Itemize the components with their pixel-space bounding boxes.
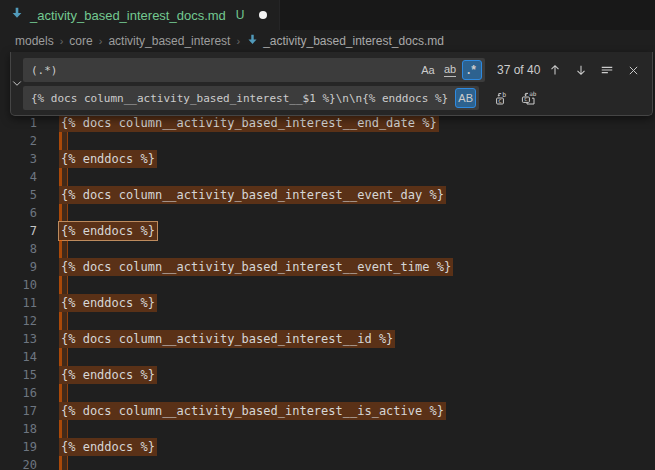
line-number: 18 [0, 420, 37, 438]
empty-line-match-highlight [59, 384, 68, 402]
find-match[interactable]: {% docs column__activity_based_interest_… [59, 402, 446, 420]
code-line[interactable]: 2 [0, 132, 655, 150]
empty-line-match-highlight [59, 168, 68, 186]
replace-button[interactable]: b c [491, 87, 513, 109]
chevron-down-icon [11, 75, 23, 93]
empty-line-match-highlight [59, 240, 68, 258]
code-line[interactable]: 15{% enddocs %} [0, 366, 655, 384]
code-line[interactable]: 16 [0, 384, 655, 402]
code-line[interactable]: 8 [0, 240, 655, 258]
line-number: 14 [0, 348, 37, 366]
find-in-selection-button[interactable] [596, 59, 618, 81]
line-number: 11 [0, 294, 37, 312]
svg-text:c: c [498, 97, 502, 105]
line-number: 10 [0, 276, 37, 294]
empty-line-match-highlight [59, 204, 68, 222]
breadcrumb-separator: › [99, 35, 103, 47]
git-status-badge: U [236, 8, 245, 22]
code-line[interactable]: 20 [0, 456, 655, 470]
code-line[interactable]: 3{% enddocs %} [0, 150, 655, 168]
line-number: 12 [0, 312, 37, 330]
code-line[interactable]: 9{% docs column__activity_based_interest… [0, 258, 655, 276]
find-match[interactable]: {% enddocs %} [59, 438, 157, 456]
line-number: 4 [0, 168, 37, 186]
line-number: 15 [0, 366, 37, 384]
breadcrumb-separator: › [60, 35, 64, 47]
code-line[interactable]: 11{% enddocs %} [0, 294, 655, 312]
whole-word-toggle[interactable]: ab [440, 60, 460, 80]
breadcrumb: models › core › activity_based_interest … [0, 30, 655, 52]
line-number: 9 [0, 258, 37, 276]
find-match[interactable]: {% docs column__activity_based_interest_… [59, 330, 395, 348]
empty-line-match-highlight [59, 132, 68, 150]
line-number: 6 [0, 204, 37, 222]
code-line[interactable]: 12 [0, 312, 655, 330]
line-number: 19 [0, 438, 37, 456]
breadcrumb-item-folder[interactable]: activity_based_interest [108, 34, 230, 48]
code-line[interactable]: 7{% enddocs %} [0, 222, 655, 240]
preserve-case-toggle[interactable]: AB [455, 88, 476, 108]
find-match[interactable]: {% enddocs %} [59, 150, 157, 168]
find-match[interactable]: {% docs column__activity_based_interest_… [59, 114, 439, 132]
find-match[interactable]: {% docs column__activity_based_interest_… [59, 186, 446, 204]
replace-all-button[interactable]: ab c [517, 87, 539, 109]
line-number: 8 [0, 240, 37, 258]
next-match-button[interactable] [570, 59, 592, 81]
breadcrumb-item-core[interactable]: core [69, 34, 92, 48]
breadcrumb-item-file[interactable]: _activity_based_interest_docs.md [246, 33, 444, 49]
breadcrumb-separator: › [236, 35, 240, 47]
markdown-file-icon [10, 6, 24, 24]
code-line[interactable]: 6 [0, 204, 655, 222]
match-count: 37 of 40 [497, 63, 540, 77]
code-line[interactable]: 19{% enddocs %} [0, 438, 655, 456]
unsaved-dot-icon[interactable] [259, 11, 267, 19]
match-case-toggle[interactable]: Aa [418, 60, 438, 80]
tab-filename: _activity_based_interest_docs.md [30, 8, 226, 23]
line-number: 20 [0, 456, 37, 470]
code-line[interactable]: 14 [0, 348, 655, 366]
editor-tab[interactable]: _activity_based_interest_docs.md U [0, 0, 280, 30]
line-number: 3 [0, 150, 37, 168]
current-find-match[interactable]: {% enddocs %} [59, 222, 157, 240]
line-number: 2 [0, 132, 37, 150]
find-match[interactable]: {% docs column__activity_based_interest_… [59, 258, 453, 276]
line-number: 7 [0, 222, 37, 240]
find-widget: (.*) Aa ab .* 37 of 40 {% docs column__ [10, 52, 653, 116]
code-line[interactable]: 13{% docs column__activity_based_interes… [0, 330, 655, 348]
svg-text:c: c [524, 95, 528, 102]
find-match[interactable]: {% enddocs %} [59, 294, 157, 312]
empty-line-match-highlight [59, 276, 68, 294]
code-line[interactable]: 5{% docs column__activity_based_interest… [0, 186, 655, 204]
code-line[interactable]: 17{% docs column__activity_based_interes… [0, 402, 655, 420]
empty-line-match-highlight [59, 312, 68, 330]
line-number: 16 [0, 384, 37, 402]
line-number: 1 [0, 114, 37, 132]
regex-toggle[interactable]: .* [462, 60, 482, 80]
markdown-file-icon [246, 33, 259, 49]
breadcrumb-item-models[interactable]: models [15, 34, 54, 48]
toggle-replace-button[interactable] [11, 52, 23, 115]
replace-input[interactable]: {% docs column__activity_based_interest_… [23, 86, 479, 110]
tab-bar: _activity_based_interest_docs.md U [0, 0, 655, 30]
find-match[interactable]: {% enddocs %} [59, 366, 157, 384]
close-find-button[interactable] [622, 59, 644, 81]
code-line[interactable]: 18 [0, 420, 655, 438]
line-number: 17 [0, 402, 37, 420]
code-line[interactable]: 1{% docs column__activity_based_interest… [0, 114, 655, 132]
line-number: 5 [0, 186, 37, 204]
empty-line-match-highlight [59, 420, 68, 438]
empty-line-match-highlight [59, 348, 68, 366]
code-line[interactable]: 10 [0, 276, 655, 294]
line-number: 13 [0, 330, 37, 348]
previous-match-button[interactable] [544, 59, 566, 81]
svg-text:ab: ab [529, 90, 537, 97]
find-value: (.*) [31, 64, 416, 77]
empty-line-match-highlight [59, 456, 68, 470]
code-line[interactable]: 4 [0, 168, 655, 186]
replace-value: {% docs column__activity_based_interest_… [31, 92, 453, 105]
find-input[interactable]: (.*) Aa ab .* [23, 58, 485, 82]
